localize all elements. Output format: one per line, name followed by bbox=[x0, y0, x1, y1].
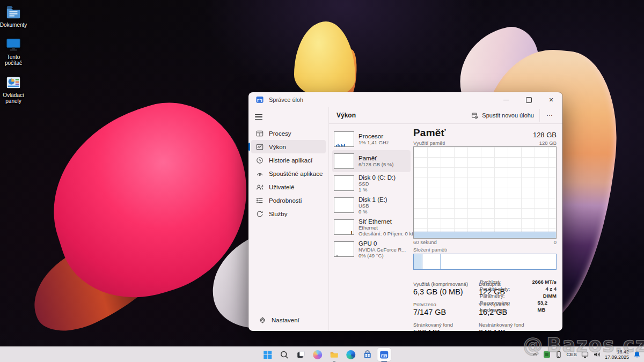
sidebar-item-app-history[interactable]: Historie aplikací bbox=[251, 153, 326, 167]
sidebar-item-performance[interactable]: Výkon bbox=[251, 140, 326, 153]
memory-thumbnail-graph bbox=[334, 153, 354, 169]
stat-label: Potvrzeno bbox=[413, 301, 471, 307]
task-manager-taskbar-button[interactable] bbox=[377, 348, 391, 361]
startup-apps-icon bbox=[256, 170, 264, 178]
sidebar-item-label: Uživatelé bbox=[269, 184, 294, 190]
page-title: Výkon bbox=[336, 112, 356, 119]
run-new-task-button[interactable]: Spustit novou úlohu bbox=[466, 110, 539, 121]
file-explorer-button[interactable] bbox=[327, 348, 341, 361]
minimize-icon bbox=[503, 100, 509, 100]
sidebar-item-details[interactable]: Podrobnosti bbox=[251, 194, 326, 207]
composition-modified-segment bbox=[422, 254, 441, 269]
desktop-icon-documents[interactable]: Dokumenty bbox=[1, 4, 26, 28]
graph-scale-min: 0 bbox=[554, 239, 557, 245]
memory-detail-panel: Paměť 128 GB Využití paměti 128 GB 60 se… bbox=[412, 124, 562, 331]
sidebar: Procesy Výkon Historie aplikací Spouštěn… bbox=[248, 107, 329, 331]
disk0-thumbnail-graph bbox=[334, 175, 354, 191]
sidebar-item-label: Podrobnosti bbox=[269, 197, 302, 204]
more-options-button[interactable]: … bbox=[539, 109, 559, 122]
desktop: Dokumenty Tento počítač Ovládací panely bbox=[0, 0, 644, 362]
minimize-button[interactable] bbox=[495, 92, 517, 107]
watermark-at-symbol: @ bbox=[523, 334, 543, 357]
copilot-button[interactable] bbox=[311, 348, 324, 361]
sidebar-item-label: Výkon bbox=[269, 144, 286, 150]
store-icon bbox=[363, 350, 372, 359]
desktop-icon-label: Ovládací panely bbox=[1, 92, 26, 104]
gear-icon bbox=[259, 316, 266, 324]
task-manager-icon bbox=[379, 350, 389, 359]
documents-folder-icon bbox=[5, 4, 21, 20]
cpu-thumbnail-graph bbox=[334, 131, 354, 147]
task-view-button[interactable] bbox=[294, 348, 308, 361]
content-header: Výkon Spustit novou úlohu … bbox=[329, 107, 562, 124]
memory-usage-graph bbox=[413, 146, 557, 239]
sidebar-item-settings[interactable]: Nastavení bbox=[254, 313, 323, 327]
close-button[interactable]: ✕ bbox=[540, 92, 562, 107]
windows-start-icon bbox=[263, 350, 272, 359]
perf-item-cpu[interactable]: Procesor1% 1,41 GHz bbox=[332, 128, 411, 150]
services-icon bbox=[256, 210, 264, 218]
performance-list: Procesor1% 1,41 GHz Paměť6/128 GB (5 %) … bbox=[329, 124, 412, 331]
memory-usage-area bbox=[414, 232, 556, 239]
task-manager-window: Správce úloh ✕ Procesy Výkon bbox=[248, 92, 562, 331]
disk1-thumbnail-graph bbox=[334, 197, 354, 213]
stat-label: Stránkovaný fond bbox=[413, 322, 471, 328]
desktop-icon-label: Dokumenty bbox=[0, 22, 27, 28]
sidebar-item-label: Historie aplikací bbox=[269, 157, 312, 164]
perf-item-gpu[interactable]: GPU 0NVIDIA GeForce R...0% (49 °C) bbox=[332, 238, 411, 260]
desktop-icon-control-panel[interactable]: Ovládací panely bbox=[1, 75, 26, 104]
run-new-task-icon bbox=[471, 112, 478, 119]
start-button[interactable] bbox=[261, 348, 274, 361]
memory-usage-label: Využití paměti bbox=[413, 140, 445, 146]
maximize-icon bbox=[526, 97, 532, 103]
memory-hardware-info: Rychlost:2666 MT/s Použité sloty:4 z 4 P… bbox=[480, 278, 557, 313]
sidebar-item-services[interactable]: Služby bbox=[251, 207, 326, 220]
perf-item-ethernet[interactable]: Síť EthernetEthernetOdesílání: 0 Příjem:… bbox=[332, 216, 411, 238]
gpu-thumbnail-graph bbox=[334, 241, 354, 257]
hamburger-menu-button[interactable] bbox=[255, 110, 270, 123]
processes-icon bbox=[256, 130, 264, 137]
task-view-icon bbox=[296, 350, 305, 359]
window-title: Správce úloh bbox=[269, 97, 303, 103]
bazos-watermark: @Bazos.cz bbox=[523, 334, 644, 357]
sidebar-item-startup-apps[interactable]: Spouštěné aplikace bbox=[251, 167, 326, 180]
memory-capacity: 128 GB bbox=[533, 131, 557, 139]
perf-item-disk0[interactable]: Disk 0 (C: D:)SSD1 % bbox=[332, 172, 411, 194]
close-icon: ✕ bbox=[548, 97, 553, 103]
store-button[interactable] bbox=[361, 348, 374, 361]
memory-title: Paměť bbox=[413, 127, 446, 139]
memory-composition-label: Složení paměti bbox=[413, 247, 557, 253]
control-panel-icon bbox=[5, 75, 21, 91]
desktop-icon-this-pc[interactable]: Tento počítač bbox=[1, 36, 26, 66]
performance-icon bbox=[256, 143, 264, 151]
stat-value: 6,3 GB (0 MB) bbox=[413, 287, 471, 296]
graph-scale-max: 128 GB bbox=[539, 140, 557, 146]
perf-item-memory[interactable]: Paměť6/128 GB (5 %) bbox=[332, 150, 411, 172]
sidebar-item-processes[interactable]: Procesy bbox=[251, 127, 326, 140]
stat-value: 346 MB bbox=[479, 328, 537, 331]
maximize-button[interactable] bbox=[517, 92, 540, 107]
this-pc-monitor-icon bbox=[5, 36, 21, 53]
edge-button[interactable] bbox=[344, 348, 357, 361]
stat-value: 502 MB bbox=[413, 328, 471, 331]
ethernet-thumbnail-graph bbox=[334, 219, 354, 235]
stat-label: Nestránkovaný fond bbox=[479, 322, 537, 328]
edge-icon bbox=[346, 350, 355, 359]
stat-label: Využitá (komprimovaná) bbox=[413, 281, 471, 287]
run-new-task-label: Spustit novou úlohu bbox=[482, 112, 534, 119]
desktop-icon-label: Tento počítač bbox=[1, 54, 26, 66]
app-history-icon bbox=[256, 157, 264, 164]
perf-item-disk1[interactable]: Disk 1 (E:)USB0 % bbox=[332, 194, 411, 216]
composition-in-use-segment bbox=[414, 254, 422, 269]
content-area: Výkon Spustit novou úlohu … bbox=[329, 107, 562, 331]
search-button[interactable] bbox=[277, 348, 291, 361]
memory-composition-bar bbox=[413, 254, 557, 270]
title-bar: Správce úloh ✕ bbox=[248, 92, 562, 107]
details-icon bbox=[256, 197, 264, 204]
sidebar-item-users[interactable]: Uživatelé bbox=[251, 180, 326, 194]
users-icon bbox=[256, 183, 264, 191]
copilot-icon bbox=[313, 350, 322, 359]
watermark-text: Bazos.cz bbox=[546, 334, 644, 357]
sidebar-item-label: Nastavení bbox=[272, 317, 299, 323]
sidebar-item-label: Služby bbox=[269, 211, 288, 217]
